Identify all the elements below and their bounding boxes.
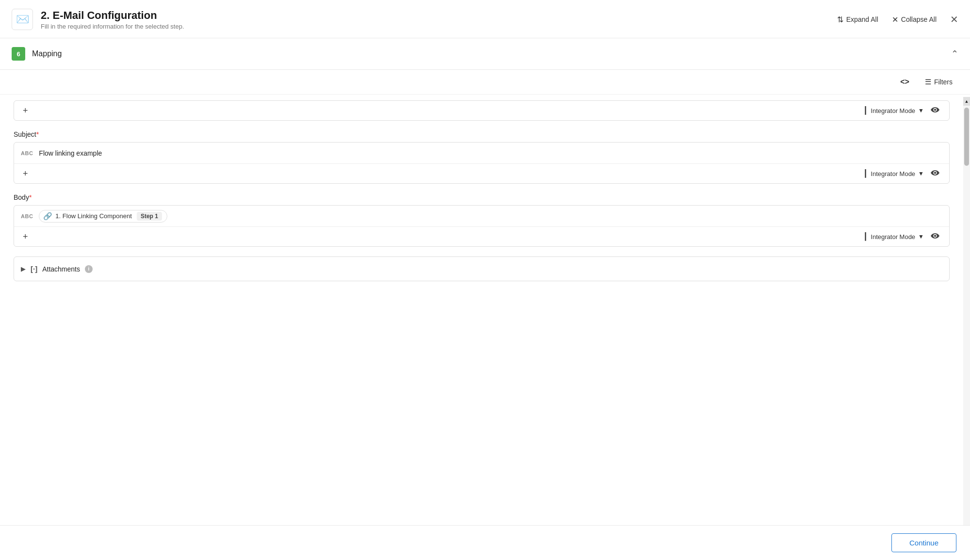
body-input-box: ABC 🔗 1. Flow Linking Component Step 1 +… [14,205,950,247]
page-title: 2. E-Mail Configuration [41,9,184,22]
section-badge: 6 [12,47,25,61]
integrator-mode-lines-icon: ┃ [863,169,868,178]
subject-add-button[interactable]: + [21,168,30,179]
code-view-button[interactable]: <> [896,76,913,88]
expand-all-button[interactable]: ⇅ Expand All [837,15,878,24]
body-eye-button[interactable] [928,231,942,242]
page-subtitle: Fill in the required information for the… [41,23,184,30]
section-mapping: 6 Mapping ⌃ [0,38,970,70]
subject-eye-button[interactable] [928,168,942,179]
dropdown-arrow-icon: ▼ [918,107,924,114]
attachments-expand-button[interactable]: ▶ [21,265,26,272]
subject-required-star: * [36,130,39,138]
top-eye-button[interactable] [928,105,942,116]
body-controls-row: + ┃ Integrator Mode ▼ [14,227,949,246]
body-eye-icon [931,233,939,239]
body-abc-label: ABC [21,213,33,219]
eye-icon [931,107,939,113]
filters-button[interactable]: ☰ Filters [921,76,956,88]
collapse-all-button[interactable]: ✕ Collapse All [892,15,937,24]
subject-field-block: Subject* ABC Flow linking example + ┃ In… [14,130,950,184]
top-controls-row: + ┃ Integrator Mode ▼ [14,101,949,120]
bracket-icon: [·] [31,265,37,273]
header-actions: ⇅ Expand All ✕ Collapse All ✕ [837,15,958,24]
header-left: ✉️ 2. E-Mail Configuration Fill in the r… [12,9,184,30]
scrollbar[interactable]: ▲ ▼ [963,97,970,560]
body-required-star: * [29,193,32,201]
body-input-row[interactable]: ABC 🔗 1. Flow Linking Component Step 1 [14,206,949,227]
body-label: Body* [14,193,950,201]
section-title: Mapping [32,49,62,58]
continue-button[interactable]: Continue [891,533,956,552]
attachments-info-icon[interactable]: i [85,265,93,273]
link-icon: 🔗 [43,212,52,221]
header-title-block: 2. E-Mail Configuration Fill in the requ… [41,9,184,30]
scroll-thumb[interactable] [964,108,969,166]
step-badge: Step 1 [137,212,162,221]
scroll-up-button[interactable]: ▲ [963,97,970,106]
subject-controls-row: + ┃ Integrator Mode ▼ [14,164,949,183]
expand-all-icon: ⇅ [837,15,843,24]
body-integrator-mode-button[interactable]: ┃ Integrator Mode ▼ [863,232,924,241]
body-dropdown-icon: ▼ [918,233,924,240]
subject-eye-icon [931,170,939,176]
header: ✉️ 2. E-Mail Configuration Fill in the r… [0,0,970,38]
collapse-all-icon: ✕ [892,15,898,24]
flow-link-chip[interactable]: 🔗 1. Flow Linking Component Step 1 [39,210,167,223]
flow-link-text: 1. Flow Linking Component [55,212,132,220]
close-button[interactable]: ✕ [950,15,958,24]
body-integrator-icon: ┃ [863,232,868,241]
subject-value: Flow linking example [39,149,942,157]
section-collapse-button[interactable]: ⌃ [951,48,958,59]
subject-integrator-mode-button[interactable]: ┃ Integrator Mode ▼ [863,169,924,178]
subject-dropdown-icon: ▼ [918,170,924,177]
toolbar-row: <> ☰ Filters [0,70,970,95]
subject-input-row[interactable]: ABC Flow linking example [14,143,949,164]
top-add-button[interactable]: + [21,105,30,116]
filter-lines-icon: ☰ [925,78,931,86]
attachments-row: ▶ [·] Attachments i [14,256,950,281]
section-left: 6 Mapping [12,47,62,61]
attachments-label: Attachments [42,265,80,273]
top-integrator-mode-button[interactable]: ┃ Integrator Mode ▼ [863,106,924,115]
subject-abc-label: ABC [21,150,33,156]
footer: Continue [0,525,970,560]
body-add-button[interactable]: + [21,231,30,242]
integrator-mode-icon: ┃ [863,106,868,115]
subject-label: Subject* [14,130,950,138]
code-icon: <> [900,78,909,86]
subject-input-box: ABC Flow linking example + ┃ Integrator … [14,142,950,184]
body-field-block: Body* ABC 🔗 1. Flow Linking Component St… [14,193,950,247]
email-icon: ✉️ [12,9,33,30]
